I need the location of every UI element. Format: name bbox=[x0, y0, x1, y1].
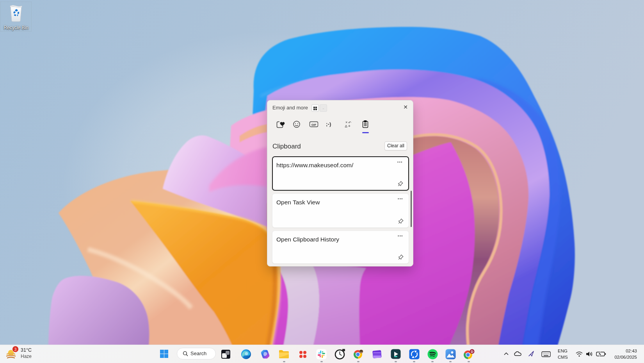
svg-text:+: + bbox=[348, 124, 350, 128]
svg-text:D: D bbox=[471, 350, 473, 354]
svg-text:GIF: GIF bbox=[311, 123, 317, 127]
svg-text:Δ: Δ bbox=[345, 124, 348, 128]
